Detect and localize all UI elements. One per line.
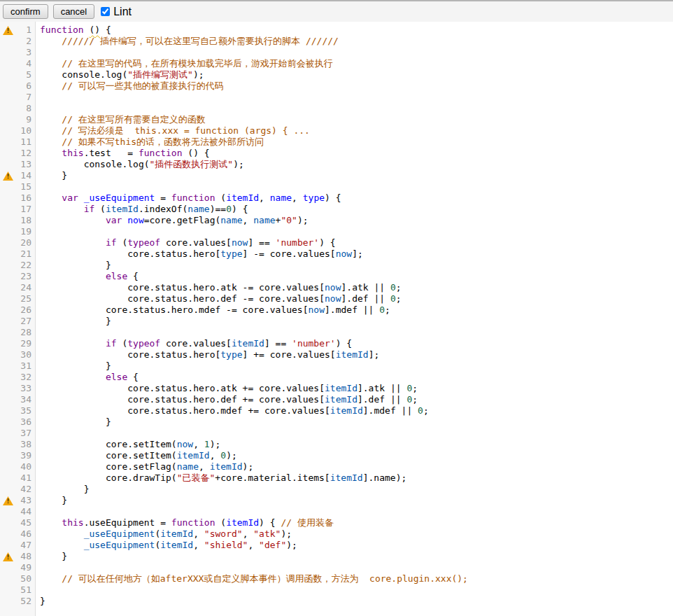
code-token: now [177, 439, 193, 449]
code-line[interactable]: !1function () { [0, 24, 673, 36]
code-token: itemId [325, 394, 357, 405]
code-line[interactable]: 45 this.useEquipment = function (itemId)… [0, 517, 673, 528]
code-text: // 在这里写所有需要自定义的函数 [36, 114, 206, 125]
code-line[interactable]: 2 ////// 插件编写，可以在这里写自己额外需要执行的脚本 ////// [0, 36, 673, 47]
gutter-cell: 16 [0, 192, 36, 204]
code-line[interactable]: !14 } [0, 170, 673, 181]
code-line[interactable]: 35 core.status.hero.mdef += core.values[… [0, 405, 673, 416]
code-line[interactable]: 50 // 可以在任何地方（如afterXXX或自定义脚本事件）调用函数，方法为… [0, 573, 673, 584]
gutter-cell: 13 [0, 159, 36, 170]
code-token: function [171, 517, 215, 528]
line-number: 1 [26, 24, 36, 36]
code-token: "已装备" [177, 472, 215, 483]
code-token: ].atk || [341, 282, 390, 293]
code-line[interactable]: 47 _useEquipment(itemId, "shield", "def"… [0, 540, 673, 551]
code-line[interactable]: 31 } [0, 360, 673, 372]
gutter-cell: 6 [0, 80, 36, 92]
code-token: core.setItem( [106, 439, 177, 449]
code-line[interactable]: 28 [0, 327, 673, 338]
gutter-cell: 52 [0, 596, 36, 607]
confirm-button[interactable]: confirm [3, 4, 48, 19]
code-line[interactable]: !48 } [0, 551, 673, 562]
code-text: core.status.hero.mdef += core.values[ite… [36, 405, 429, 416]
code-line[interactable]: 41 core.drawTip("已装备"+core.material.item… [0, 472, 673, 484]
code-line[interactable]: 18 var now=core.getFlag(name, name+"0"); [0, 215, 673, 226]
code-line[interactable]: 38 core.setItem(now, 1); [0, 439, 673, 450]
code-token: ( [215, 192, 226, 203]
code-token: { [100, 24, 111, 35]
code-line[interactable]: 9 // 在这里写所有需要自定义的函数 [0, 114, 673, 125]
code-line[interactable]: 19 [0, 226, 673, 237]
code-line[interactable]: 49 [0, 562, 673, 573]
code-line[interactable]: 16 var _useEquipment = function (itemId,… [0, 192, 673, 204]
code-text: this.useEquipment = function (itemId) { … [36, 517, 334, 528]
code-token: ; [385, 304, 390, 315]
code-line[interactable]: 20 if (typeof core.values[now] == 'numbe… [0, 237, 673, 248]
code-line[interactable]: 17 if (itemId.indexOf(name)==0) { [0, 204, 673, 215]
code-line[interactable]: 22 } [0, 260, 673, 271]
code-line[interactable]: 12 this.test = function () { [0, 148, 673, 159]
code-line[interactable]: 36 } [0, 416, 673, 428]
code-line[interactable]: 4 // 在这里写的代码，在所有模块加载完毕后，游戏开始前会被执行 [0, 58, 673, 69]
code-line[interactable]: 26 core.status.hero.mdef -= core.values[… [0, 304, 673, 316]
code-line[interactable]: 34 core.status.hero.def += core.values[i… [0, 394, 673, 405]
code-line[interactable]: 37 [0, 428, 673, 439]
lint-warning-icon[interactable]: ! [3, 496, 13, 505]
gutter-cell: 32 [0, 372, 36, 383]
code-line[interactable]: 39 core.setItem(itemId, 0); [0, 450, 673, 461]
code-token: , [193, 540, 204, 550]
line-number: 29 [20, 338, 36, 349]
code-text: _useEquipment(itemId, "sword", "atk"); [36, 528, 292, 540]
lint-warning-icon[interactable]: ! [3, 172, 13, 181]
lint-warning-icon[interactable]: ! [3, 26, 13, 35]
code-line[interactable]: 42 } [0, 484, 673, 495]
code-line[interactable]: 21 core.status.hero[type] -= core.values… [0, 248, 673, 260]
code-token: itemId [106, 204, 139, 214]
code-line[interactable]: 8 [0, 103, 673, 114]
code-token: now [325, 293, 341, 304]
code-line[interactable]: 33 core.status.hero.atk += core.values[i… [0, 383, 673, 394]
code-token: ( [117, 338, 128, 349]
code-line[interactable]: 5 console.log("插件编写测试"); [0, 69, 673, 80]
code-line[interactable]: 40 core.setFlag(name, itemId); [0, 461, 673, 472]
code-token: core.status.hero[ [127, 248, 220, 259]
cancel-button[interactable]: cancel [53, 4, 95, 19]
code-line[interactable]: 15 [0, 181, 673, 192]
code-token: itemId [210, 461, 243, 472]
code-line[interactable]: 46 _useEquipment(itemId, "sword", "atk")… [0, 528, 673, 540]
code-line[interactable]: 7 [0, 92, 673, 103]
code-editor[interactable]: !1function () {2 ////// 插件编写，可以在这里写自己额外需… [0, 22, 673, 616]
code-text: var _useEquipment = function (itemId, na… [36, 192, 341, 204]
gutter-cell: 12 [0, 148, 36, 159]
code-line[interactable]: 51 [0, 584, 673, 596]
code-line[interactable]: 13 console.log("插件函数执行测试"); [0, 159, 673, 170]
code-line[interactable]: 30 core.status.hero[type] += core.values… [0, 349, 673, 360]
code-line[interactable]: 25 core.status.hero.def -= core.values[n… [0, 293, 673, 304]
code-token: type [303, 192, 325, 203]
code-line[interactable]: 10 // 写法必须是 this.xxx = function (args) {… [0, 125, 673, 136]
code-token: ); [281, 528, 292, 539]
code-text [36, 92, 40, 103]
code-line[interactable]: 32 else { [0, 372, 673, 383]
code-line[interactable]: 23 else { [0, 271, 673, 282]
code-line[interactable]: 27 } [0, 316, 673, 327]
gutter-cell: 41 [0, 472, 36, 484]
code-line[interactable]: 3 [0, 47, 673, 58]
code-line[interactable]: 6 // 可以写一些其他的被直接执行的代码 [0, 80, 673, 92]
code-line[interactable]: !43 } [0, 495, 673, 506]
code-text: } [36, 416, 111, 428]
code-line[interactable]: 52} [0, 596, 673, 607]
code-line[interactable]: 44 [0, 506, 673, 517]
code-token: if [106, 338, 117, 349]
code-token: ; [396, 282, 402, 293]
line-number: 43 [20, 495, 36, 506]
code-text [36, 226, 40, 237]
code-line[interactable]: 29 if (typeof core.values[itemId] == 'nu… [0, 338, 673, 349]
code-token: ( [94, 204, 106, 214]
gutter-cell: 3 [0, 47, 36, 58]
line-number: 26 [20, 304, 36, 316]
lint-warning-icon[interactable]: ! [3, 552, 13, 561]
code-line[interactable]: 24 core.status.hero.atk -= core.values[n… [0, 282, 673, 293]
lint-checkbox[interactable] [101, 7, 110, 16]
code-line[interactable]: 11 // 如果不写this的话，函数将无法被外部所访问 [0, 136, 673, 148]
